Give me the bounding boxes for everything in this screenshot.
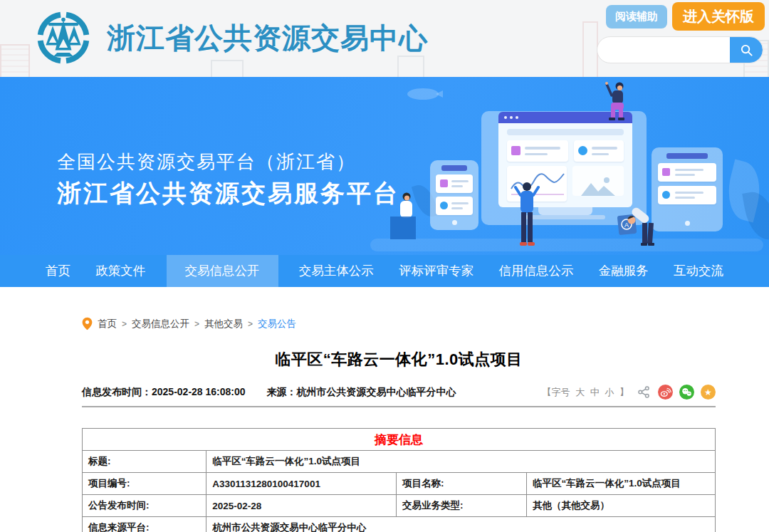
publish-time-value: 2025-02-28 16:08:00 [152,386,246,397]
label-cell: 项目编号: [83,473,206,495]
value-cell: 2025-02-28 [206,495,397,517]
label-cell: 标题: [83,451,206,473]
nav-item-trade-subject[interactable]: 交易主体公示 [295,255,378,287]
value-cell: A3301131280100417001 [206,473,397,495]
hero-banner: 全国公共资源交易平台（浙江省） 浙江省公共资源交易服务平台 [0,77,769,255]
weibo-icon[interactable] [658,385,673,400]
search-box [597,36,763,63]
label-cell: 交易业务类型: [396,495,526,517]
care-mode-button[interactable]: 进入关怀版 [672,2,765,31]
person-standing-illustration [514,181,540,252]
breadcrumb-other-trade[interactable]: 其他交易 [204,318,243,330]
source-value: 杭州市公共资源交易中心临平分中心 [296,386,456,397]
summary-table: 摘要信息 标题: 临平区“车路云一体化”1.0试点项目 项目编号: A33011… [82,428,716,532]
article-title: 临平区“车路云一体化”1.0试点项目 [82,349,716,370]
banner-ground-decoration [370,239,763,251]
nav-item-experts[interactable]: 评标评审专家 [394,255,478,287]
nav-item-finance[interactable]: 金融服务 [595,255,653,287]
search-input[interactable] [597,37,730,63]
person-sitting-illustration [602,80,632,125]
breadcrumb-separator: > [122,319,127,329]
illustration-card [507,140,568,162]
illustration-image-card [572,166,624,196]
font-size-medium-button[interactable]: 中 [590,387,600,397]
breadcrumb-home[interactable]: 首页 [98,318,117,330]
site-logo scales-emblem-icon[interactable] [32,6,95,69]
svg-text:A: A [624,221,629,229]
search-icon [740,43,753,57]
label-cell: 项目名称: [396,473,526,495]
breadcrumb-separator: > [194,319,199,329]
article-meta: 信息发布时间：2025-02-28 16:08:00 来源：杭州市公共资源交易中… [82,385,716,400]
share-icon[interactable] [637,385,652,400]
page: 浙江省公共资源交易中心 阅读辅助 进入关怀版 [0,0,769,532]
site-title: 浙江省公共资源交易中心 [107,19,428,58]
source-label: 来源： [266,386,296,397]
content-area: 首页 > 交易信息公开 > 其他交易 > 交易公告 临平区“车路云一体化”1.0… [0,287,769,532]
main-nav: 首页 政策文件 交易信息公开 交易主体公示 评标评审专家 信用信息公示 金融服务… [0,255,769,287]
leaf-decoration [742,189,769,243]
search-button[interactable] [730,37,763,63]
person-left-illustration [390,191,420,245]
breadcrumb-trade-info[interactable]: 交易信息公开 [132,318,189,330]
person-bending-illustration: A [617,202,655,251]
skyline-decoration [582,21,598,77]
site-header: 浙江省公共资源交易中心 阅读辅助 进入关怀版 [0,0,769,77]
nav-item-policy[interactable]: 政策文件 [91,255,150,287]
value-cell: 临平区“车路云一体化”1.0试点项目 [206,451,716,473]
nav-item-interaction[interactable]: 互动交流 [669,255,728,287]
table-row: 标题: 临平区“车路云一体化”1.0试点项目 [83,451,716,473]
table-row: 项目编号: A3301131280100417001 项目名称: 临平区“车路云… [83,473,716,495]
publish-time-label: 信息发布时间： [82,386,152,397]
banner-slogan-line1: 全国公共资源交易平台（浙江省） [57,150,356,174]
value-cell: 临平区“车路云一体化”1.0试点项目 [527,473,716,495]
location-pin-icon [82,317,93,330]
font-size-large-button[interactable]: 大 [575,387,585,397]
font-ctrl-prefix: 【字号 [543,387,570,397]
breadcrumb-separator: > [248,319,253,329]
breadcrumb-announcement[interactable]: 交易公告 [258,318,296,330]
monitor-stand [538,207,592,215]
table-row: 摘要信息 [83,429,716,451]
banner-slogan-line2: 浙江省公共资源交易服务平台 [57,177,399,210]
font-size-control: 【字号 大 中 小 】 [541,386,631,399]
blimp-icon [407,88,439,100]
skyline-decoration [0,44,30,77]
summary-table-title: 摘要信息 [83,429,716,451]
nav-item-home[interactable]: 首页 [41,255,75,287]
illustration-searchbar [507,129,624,135]
font-ctrl-suffix: 】 [619,387,629,397]
breadcrumb: 首页 > 交易信息公开 > 其他交易 > 交易公告 [82,287,716,330]
value-cell: 杭州市公共资源交易中心临平分中心 [206,517,716,532]
illustration-card [574,140,624,162]
font-size-small-button[interactable]: 小 [605,387,614,397]
table-row: 公告发布时间: 2025-02-28 交易业务类型: 其他（其他交易） [83,495,716,517]
qzone-star-icon[interactable]: ★ [701,385,716,400]
nav-item-trade-info[interactable]: 交易信息公开 [167,255,278,287]
divider [82,406,716,407]
nav-item-credit[interactable]: 信用信息公示 [494,255,577,287]
wechat-icon[interactable] [679,385,694,400]
label-cell: 公告发布时间: [83,495,206,517]
tablet-illustration [652,147,723,231]
reading-aid-button[interactable]: 阅读辅助 [606,5,667,28]
phone-illustration [430,160,478,230]
value-cell: 其他（其他交易） [527,495,716,517]
table-row: 信息来源平台: 杭州市公共资源交易中心临平分中心 [83,517,716,532]
label-cell: 信息来源平台: [83,517,206,532]
